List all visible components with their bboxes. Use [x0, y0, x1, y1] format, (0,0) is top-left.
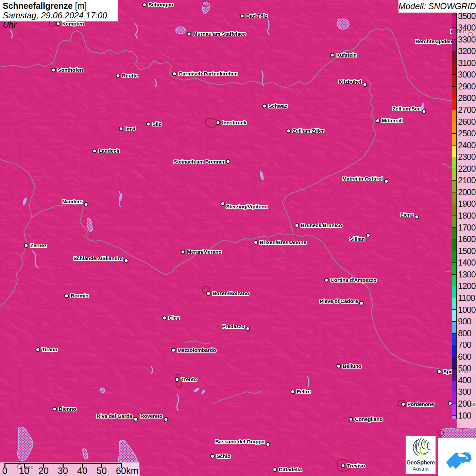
legend-cell — [452, 357, 456, 369]
legend-cell — [452, 263, 456, 275]
city-label: Bormio — [71, 293, 89, 299]
city-dot — [181, 250, 185, 254]
legend-tick-label: 3400 — [458, 23, 476, 32]
scalebar-label: 60km — [116, 466, 138, 476]
geosphere-logo-country: Austria — [406, 466, 436, 472]
legend-tick-label: 100 — [458, 411, 476, 420]
legend-tick-label: 1000 — [458, 305, 476, 314]
city-dot — [401, 402, 406, 407]
scalebar-label: 0 — [2, 466, 7, 476]
city-label: Steinach am Brenner — [174, 159, 225, 165]
legend-cell — [452, 369, 456, 380]
legend-cell — [452, 110, 456, 122]
city-label: Cortina d'Ampezzo — [330, 277, 376, 283]
city-dot — [363, 83, 367, 87]
city-label: Sterzing/Vipiteno — [226, 204, 268, 209]
legend-cell — [452, 404, 456, 416]
model-label: Modell: SNOWGRID — [398, 0, 476, 13]
legend-cell — [452, 192, 456, 204]
geosphere-logo-text: GeoSphere — [406, 459, 436, 466]
city-dot — [324, 278, 329, 283]
city-dot — [124, 259, 129, 263]
legend-cell — [452, 157, 456, 169]
city-dot — [116, 74, 120, 78]
city-dot — [84, 202, 88, 207]
city-dot — [210, 454, 215, 459]
legend-tick-label: 1900 — [458, 199, 476, 208]
scalebar-label: 10 — [19, 466, 29, 476]
city-dot — [221, 202, 225, 206]
legend-tick-label: 1500 — [458, 247, 476, 255]
title-unit: [m] — [75, 1, 87, 11]
city-dot — [337, 364, 341, 369]
city-label: Nauders — [62, 199, 83, 204]
city-label: Zell am Ziller — [293, 128, 324, 134]
city-label: Riva del Garda — [97, 413, 132, 419]
legend-cell — [452, 322, 456, 334]
city-dot — [164, 417, 168, 422]
city-dot — [349, 417, 353, 422]
city-label: Bruneck/Brunico — [301, 222, 342, 228]
city-dot — [291, 390, 295, 394]
city-dot — [206, 291, 211, 296]
city-dot — [415, 215, 419, 219]
city-label: Bozen/Bolzano — [213, 290, 249, 296]
legend-tick-label: 3000 — [458, 70, 476, 79]
legend-tick-label: 1800 — [458, 211, 476, 220]
legend-tick-label: 3500 — [458, 12, 476, 20]
city-dot — [359, 301, 364, 306]
city-dot — [226, 159, 231, 164]
city-dot — [366, 233, 371, 238]
city-dot — [175, 377, 180, 382]
legend-tick-label: 300 — [458, 387, 476, 396]
legend-tick-label: 1400 — [458, 258, 476, 267]
legend-cell — [452, 275, 456, 287]
legend-cell — [452, 16, 456, 28]
legend-cell — [452, 251, 456, 263]
city-label: Zernez — [30, 242, 47, 248]
legend-cell — [452, 87, 456, 99]
city-dot — [142, 3, 147, 7]
city-label: Zell am See — [392, 106, 421, 112]
legend-tick-label: 2600 — [458, 117, 476, 126]
city-label: Trento — [181, 376, 197, 382]
city-label: Pordenone — [407, 401, 434, 407]
legend-cell — [452, 392, 456, 404]
legend-tick-label: 800 — [458, 329, 476, 338]
city-label: Schlanders/Silandro — [73, 255, 123, 261]
city-label: Reutte — [122, 73, 138, 79]
city-dot — [246, 327, 250, 331]
legend-cell — [452, 345, 456, 357]
city-dot — [172, 72, 177, 76]
city-label: Feltre — [297, 389, 311, 394]
legend-cell — [452, 13, 456, 16]
city-label: Imst — [125, 126, 136, 132]
page-title: Schneefallgrenze [m] — [3, 1, 115, 11]
city-dot — [266, 442, 270, 447]
city-dot — [92, 149, 97, 153]
city-dot — [341, 464, 345, 468]
city-label: Garmisch-Partenkirchen — [178, 71, 238, 76]
legend-tick-label: 400 — [458, 376, 476, 385]
partner-logo — [438, 438, 476, 476]
legend-cell — [452, 216, 456, 228]
city-label: Sonthofen — [58, 67, 83, 73]
legend-cell — [452, 416, 456, 419]
legend-cell — [452, 134, 456, 146]
legend-cell — [452, 380, 456, 392]
legend-tick-label: 1300 — [458, 270, 476, 279]
city-dot — [287, 129, 291, 133]
legend-tick-label: 2000 — [458, 188, 476, 197]
city-label: Bassano del Grappa — [215, 439, 265, 444]
legend-tick-label: 2100 — [458, 176, 476, 185]
legend-tick-label: 200 — [458, 399, 476, 408]
legend-cell — [452, 310, 456, 322]
legend-tick-label: 2900 — [458, 82, 476, 91]
legend-tick-label: 2200 — [458, 164, 476, 173]
city-dot — [171, 348, 176, 353]
legend-tick-label: 2800 — [458, 94, 476, 102]
city-label: Berchtesgaden — [415, 38, 452, 44]
city-label: Kitzbühel — [339, 79, 362, 85]
city-dot — [240, 14, 244, 18]
city-dot — [134, 417, 138, 422]
